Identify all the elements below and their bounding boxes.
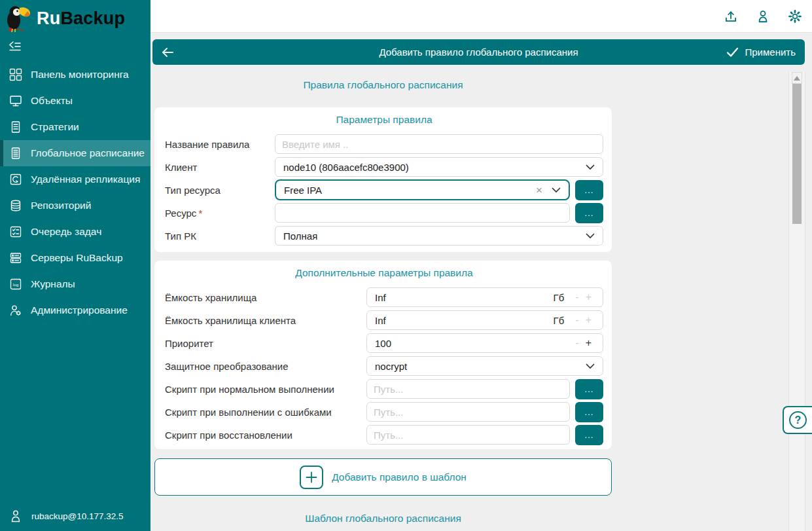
client-storage-capacity-stepper[interactable]: Inf Гб - +	[366, 310, 603, 330]
script-restore-row: Скрипт при восстановлении ...	[165, 425, 603, 445]
scrollbar-thumb[interactable]	[792, 84, 802, 224]
add-rule-to-template-label: Добавить правило в шаблон	[332, 471, 467, 483]
resource-type-row: Тип ресурса Free IPA × ...	[165, 180, 603, 200]
rule-parameters-title: Параметры правила	[165, 114, 603, 127]
client-select-value: node10 (806aacefc80e3900)	[283, 162, 586, 173]
script-restore-input[interactable]	[366, 425, 570, 445]
sidebar-item-label: Удалённая репликация	[31, 174, 140, 185]
export-icon[interactable]	[723, 9, 739, 24]
plus-button[interactable]: +	[582, 338, 595, 348]
session-user-label: rubackup@10.177.32.5	[31, 511, 124, 521]
sidebar-item-label: Очередь задач	[31, 226, 101, 238]
add-rule-to-template-button[interactable]: Добавить правило в шаблон	[154, 458, 612, 496]
task-queue-icon	[9, 225, 23, 239]
sidebar: RuBackup Панель мониторинга Объекты	[0, 0, 150, 531]
crypto-row: Защитное преобразование nocrypt	[165, 356, 603, 376]
backup-type-select[interactable]: Полная	[275, 226, 603, 246]
logs-icon: log	[9, 277, 23, 291]
minus-button[interactable]: -	[572, 315, 582, 325]
sidebar-item-repository[interactable]: Репозиторий	[0, 192, 150, 219]
plus-button[interactable]: +	[582, 292, 595, 302]
sidebar-item-logs[interactable]: log Журналы	[0, 271, 150, 297]
repository-icon	[9, 198, 23, 213]
minus-button[interactable]: -	[572, 338, 582, 348]
svg-text:log: log	[13, 282, 19, 287]
priority-label: Приоритет	[165, 338, 366, 349]
sidebar-item-global-schedule[interactable]: Глобальное расписание	[0, 140, 150, 166]
rules-section-title: Правила глобального расписания	[154, 79, 612, 91]
resource-input[interactable]	[275, 203, 570, 223]
clear-icon[interactable]: ×	[536, 185, 542, 196]
sidebar-item-objects[interactable]: Объекты	[0, 88, 150, 114]
rule-name-row: Название правила	[165, 134, 603, 154]
storage-capacity-row: Ёмкость хранилища Inf Гб - +	[165, 287, 603, 307]
script-restore-more-button[interactable]: ...	[575, 425, 603, 445]
script-error-input[interactable]	[366, 402, 570, 422]
chevron-down-icon	[586, 164, 595, 170]
resource-label: Ресурс*	[165, 208, 275, 219]
crypto-label: Защитное преобразование	[165, 361, 366, 372]
unit-label: Гб	[554, 292, 565, 303]
script-error-label: Скрипт при выполнении с ошибками	[165, 407, 366, 418]
page-title: Добавить правило глобального расписания	[152, 46, 805, 58]
vertical-scrollbar[interactable]	[788, 72, 805, 531]
page-header: Добавить правило глобального расписания …	[152, 39, 805, 65]
rule-parameters-card: Параметры правила Название правила Клиен…	[154, 107, 612, 252]
schedule-icon	[9, 146, 23, 160]
settings-gear-icon[interactable]	[787, 9, 803, 24]
crypto-select[interactable]: nocrypt	[366, 356, 603, 376]
sidebar-item-administration[interactable]: Администрирование	[0, 297, 150, 323]
priority-stepper[interactable]: 100 - +	[366, 333, 603, 353]
storage-capacity-label: Ёмкость хранилища	[165, 292, 366, 303]
script-ok-label: Скрипт при нормальном выполнении	[165, 384, 366, 395]
apply-button[interactable]: Применить	[726, 46, 805, 58]
main-content: Добавить правило глобального расписания …	[150, 33, 812, 531]
plus-button[interactable]: +	[582, 315, 595, 325]
sidebar-item-label: Серверы RuBackup	[31, 252, 123, 264]
topbar	[150, 0, 812, 33]
storage-capacity-stepper[interactable]: Inf Гб - +	[366, 287, 603, 307]
sidebar-item-label: Репозиторий	[31, 200, 91, 211]
strategies-icon	[9, 120, 23, 134]
resource-type-combobox[interactable]: Free IPA ×	[275, 179, 570, 200]
sidebar-item-servers[interactable]: Серверы RuBackup	[0, 245, 150, 271]
script-ok-more-button[interactable]: ...	[575, 379, 603, 399]
user-icon	[10, 509, 22, 522]
sidebar-item-strategies[interactable]: Стратегии	[0, 114, 150, 140]
help-button[interactable]: ?	[783, 406, 812, 434]
additional-parameters-card: Дополнительные параметры правила Ёмкость…	[154, 261, 612, 449]
sidebar-collapse-icon[interactable]	[8, 41, 24, 54]
script-error-more-button[interactable]: ...	[575, 402, 603, 422]
minus-button[interactable]: -	[572, 292, 582, 302]
sidebar-item-label: Стратегии	[31, 121, 79, 133]
administration-icon	[9, 303, 23, 318]
sidebar-item-monitoring[interactable]: Панель мониторинга	[0, 62, 150, 88]
client-storage-capacity-value: Inf	[375, 315, 554, 326]
session-user[interactable]: rubackup@10.177.32.5	[0, 501, 150, 531]
script-error-row: Скрипт при выполнении с ошибками ...	[165, 402, 603, 422]
triangle-up-icon	[794, 76, 800, 81]
back-button[interactable]	[152, 39, 183, 65]
script-ok-input[interactable]	[366, 379, 570, 399]
resource-type-more-button[interactable]: ...	[575, 180, 603, 200]
storage-capacity-value: Inf	[375, 292, 554, 303]
sidebar-item-remote-replication[interactable]: Удалённая репликация	[0, 166, 150, 192]
sidebar-item-label: Журналы	[31, 278, 75, 290]
scroll-up-button[interactable]	[792, 72, 802, 84]
dashboard-icon	[9, 67, 23, 82]
required-asterisk: *	[198, 208, 202, 219]
app-logo[interactable]: RuBackup	[0, 0, 150, 34]
plus-icon	[300, 466, 323, 489]
rule-name-input[interactable]	[275, 134, 603, 154]
resource-more-button[interactable]: ...	[575, 203, 603, 223]
user-icon[interactable]	[755, 9, 771, 24]
sidebar-item-label: Объекты	[31, 95, 73, 107]
client-storage-capacity-label: Ёмкость хранилища клиента	[165, 315, 366, 326]
script-ok-row: Скрипт при нормальном выполнении ...	[165, 379, 603, 399]
sidebar-item-label: Глобальное расписание	[31, 147, 145, 159]
backup-type-select-value: Полная	[283, 230, 586, 242]
resource-type-label: Тип ресурса	[165, 185, 275, 196]
template-section-title: Шаблон глобального расписания	[154, 513, 612, 524]
sidebar-item-task-queue[interactable]: Очередь задач	[0, 219, 150, 245]
client-select[interactable]: node10 (806aacefc80e3900)	[275, 157, 603, 177]
